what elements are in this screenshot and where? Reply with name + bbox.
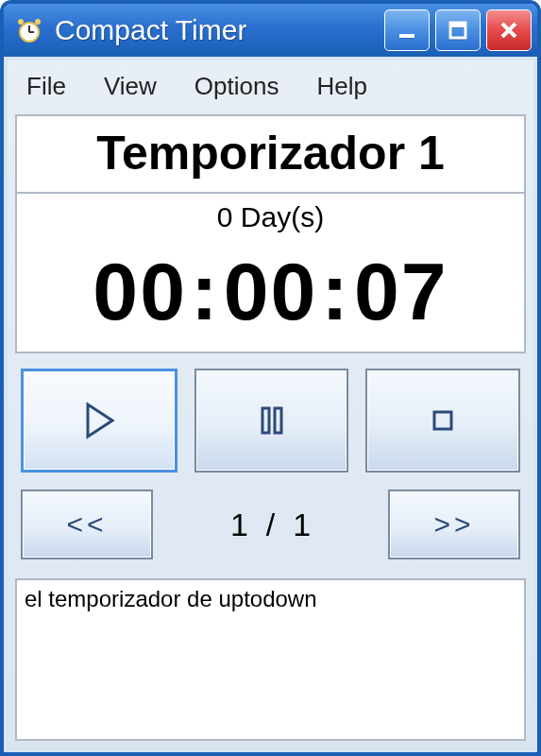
page-counter: 1 / 1 bbox=[166, 507, 375, 543]
svg-rect-11 bbox=[262, 408, 269, 433]
page-total: 1 bbox=[293, 507, 311, 542]
time-minutes: 00 bbox=[224, 246, 318, 336]
menu-options[interactable]: Options bbox=[194, 72, 279, 101]
control-buttons bbox=[15, 353, 526, 482]
stop-icon bbox=[424, 399, 462, 442]
svg-point-3 bbox=[18, 19, 24, 25]
time-display: 00:00:07 bbox=[17, 239, 524, 352]
pause-icon bbox=[253, 399, 291, 442]
play-icon bbox=[80, 399, 118, 442]
menu-help[interactable]: Help bbox=[316, 72, 366, 101]
nav-row: << 1 / 1 >> bbox=[15, 482, 526, 573]
description-text: el temporizador de uptodown bbox=[15, 578, 526, 741]
client-area: File View Options Help Temporizador 1 0 … bbox=[4, 57, 537, 752]
stop-button[interactable] bbox=[365, 369, 520, 472]
timer-panel: Temporizador 1 0 Day(s) 00:00:07 bbox=[15, 114, 526, 353]
page-sep: / bbox=[266, 507, 275, 542]
maximize-button[interactable] bbox=[435, 9, 481, 51]
minimize-icon bbox=[397, 20, 417, 41]
time-hours: 00 bbox=[93, 246, 187, 336]
window-frame: Compact Timer File bbox=[0, 0, 541, 756]
menubar: File View Options Help bbox=[15, 64, 526, 114]
page-current: 1 bbox=[230, 507, 248, 542]
window-title: Compact Timer bbox=[55, 14, 384, 46]
maximize-icon bbox=[448, 20, 468, 41]
menu-view[interactable]: View bbox=[104, 72, 157, 101]
svg-rect-13 bbox=[434, 412, 451, 429]
days-label: 0 Day(s) bbox=[17, 194, 524, 239]
play-button[interactable] bbox=[21, 369, 178, 472]
titlebar[interactable]: Compact Timer bbox=[4, 4, 537, 57]
minimize-button[interactable] bbox=[384, 9, 430, 51]
window-controls bbox=[384, 9, 532, 51]
prev-button[interactable]: << bbox=[21, 490, 153, 559]
svg-rect-12 bbox=[275, 408, 281, 433]
app-clock-icon bbox=[13, 14, 45, 46]
svg-rect-7 bbox=[450, 23, 465, 27]
svg-point-4 bbox=[35, 19, 41, 25]
svg-rect-5 bbox=[399, 34, 414, 38]
menu-file[interactable]: File bbox=[26, 72, 66, 101]
close-button[interactable] bbox=[486, 9, 532, 51]
time-seconds: 07 bbox=[354, 246, 448, 336]
pause-button[interactable] bbox=[194, 369, 349, 472]
close-icon bbox=[499, 20, 519, 41]
timer-name-label: Temporizador 1 bbox=[17, 116, 524, 192]
svg-marker-10 bbox=[88, 404, 112, 437]
next-button[interactable]: >> bbox=[388, 490, 520, 559]
